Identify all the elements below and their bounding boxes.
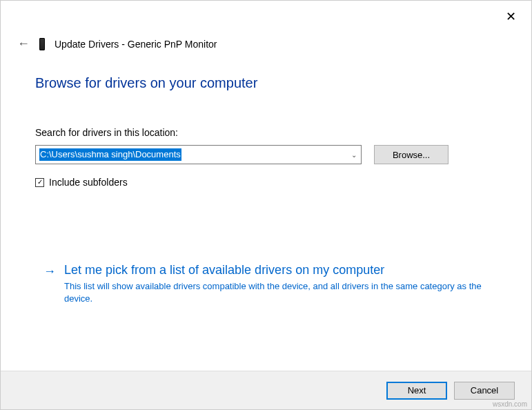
main-content: Browse for drivers on your computer Sear… [35, 75, 497, 188]
monitor-device-icon [39, 38, 45, 50]
cancel-button[interactable]: Cancel [454, 382, 515, 400]
search-location-label: Search for drivers in this location: [35, 127, 497, 138]
chevron-down-icon[interactable]: ⌄ [351, 151, 357, 159]
back-arrow-icon[interactable]: ← [17, 37, 30, 51]
close-icon[interactable]: ✕ [506, 10, 516, 23]
pick-from-list-option[interactable]: → Let me pick from a list of available d… [43, 263, 490, 305]
option-description: This list will show available drivers co… [64, 280, 490, 305]
option-text-block: Let me pick from a list of available dri… [64, 263, 490, 305]
path-value[interactable]: C:\Users\sushma singh\Documents [39, 148, 181, 161]
search-row: C:\Users\sushma singh\Documents ⌄ Browse… [35, 145, 497, 164]
option-title: Let me pick from a list of available dri… [64, 263, 490, 277]
include-subfolders-row[interactable]: ✓ Include subfolders [35, 177, 497, 188]
window-title: Update Drivers - Generic PnP Monitor [55, 39, 217, 50]
page-title: Browse for drivers on your computer [35, 75, 497, 91]
right-arrow-icon: → [43, 263, 56, 305]
next-button[interactable]: Next [386, 382, 447, 400]
include-subfolders-label: Include subfolders [49, 177, 128, 188]
header: ← Update Drivers - Generic PnP Monitor [17, 37, 217, 51]
path-combobox[interactable]: C:\Users\sushma singh\Documents ⌄ [35, 145, 362, 164]
include-subfolders-checkbox[interactable]: ✓ [35, 178, 44, 187]
watermark: wsxdn.com [493, 400, 527, 408]
dialog-window: ✕ ← Update Drivers - Generic PnP Monitor… [0, 0, 532, 410]
footer: Next Cancel [1, 371, 531, 409]
browse-button[interactable]: Browse... [374, 145, 449, 164]
